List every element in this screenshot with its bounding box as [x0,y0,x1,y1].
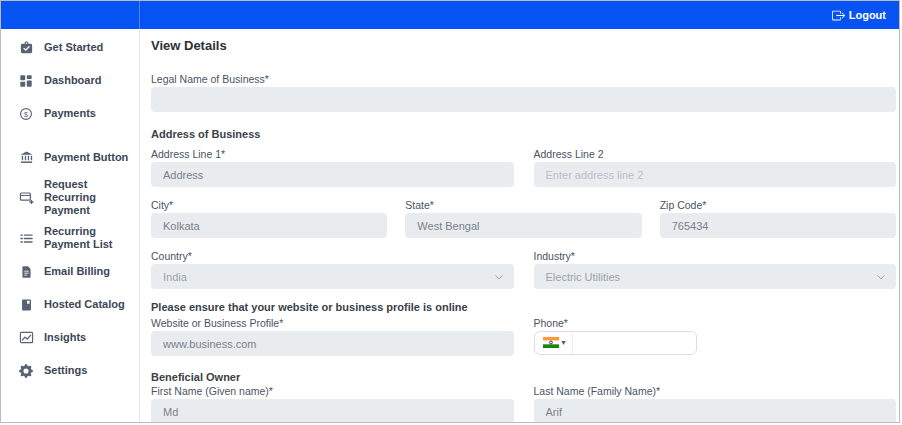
zip-cell: Zip Code* [660,199,896,238]
book-icon [18,297,34,313]
chevron-down-icon [494,272,504,282]
sidebar-item-payment-button[interactable]: Payment Button [1,141,139,174]
sidebar-item-insights[interactable]: Insights [1,321,139,354]
first-name-input[interactable] [151,399,514,422]
legal-name-label: Legal Name of Business* [151,73,896,85]
country-select[interactable]: India [151,264,514,289]
sidebar-item-dashboard[interactable]: Dashboard [1,64,139,97]
sidebar-item-label: Get Started [44,41,103,54]
country-cell: Country* India [151,250,514,289]
sidebar-item-settings[interactable]: Settings [1,354,139,387]
currency-circle-icon: $ [18,106,34,122]
svg-text:$: $ [24,110,28,117]
industry-cell: Industry* Electric Utilities [534,250,897,289]
sidebar: Get Started Dashboard $ [1,29,140,422]
caret-down-icon: ▾ [562,339,566,347]
phone-country-selector[interactable]: ▾ [535,332,573,354]
zip-input[interactable] [660,213,896,238]
document-icon [18,264,34,280]
sidebar-item-label: Hosted Catalog [44,298,125,311]
first-name-label: First Name (Given name)* [151,385,514,397]
address-line2-label: Address Line 2 [534,148,897,160]
phone-label: Phone* [534,317,897,329]
logout-icon [832,9,845,22]
phone-field: ▾ [534,331,697,355]
sidebar-item-hosted-catalog[interactable]: Hosted Catalog [1,288,139,321]
city-cell: City* [151,199,387,238]
address-line1-input[interactable] [151,162,514,187]
address-line2-input[interactable] [534,162,897,187]
sidebar-item-label: Request Recurring Payment [44,178,133,217]
industry-select-value: Electric Utilities [546,271,621,283]
gear-icon [18,363,34,379]
sidebar-item-recurring-payment-list[interactable]: Recurring Payment List [1,221,139,255]
legal-name-input[interactable] [151,87,896,112]
sidebar-item-request-recurring-payment[interactable]: Request Recurring Payment [1,174,139,221]
sidebar-item-label: Email Billing [44,265,110,278]
website-cell: Website or Business Profile* [151,317,514,356]
sidebar-item-email-billing[interactable]: Email Billing [1,255,139,288]
chevron-down-icon [876,272,886,282]
bank-icon [18,150,34,166]
first-name-cell: First Name (Given name)* [151,385,514,422]
country-label: Country* [151,250,514,262]
beneficial-owner-section-title: Beneficial Owner [151,371,896,383]
dashboard-grid-icon [18,73,34,89]
address-line2-cell: Address Line 2 [534,148,897,187]
address-line1-cell: Address Line 1* [151,148,514,187]
last-name-cell: Last Name (Family Name)* [534,385,897,422]
main-content: View Details Legal Name of Business* Add… [140,29,899,422]
industry-select[interactable]: Electric Utilities [534,264,897,289]
sidebar-item-label: Dashboard [44,74,101,87]
logout-label: Logout [849,9,886,21]
industry-label: Industry* [534,250,897,262]
sidebar-item-payments[interactable]: $ Payments [1,97,139,130]
sidebar-item-label: Payment Button [44,151,128,164]
sidebar-item-label: Payments [44,107,96,120]
address-line1-label: Address Line 1* [151,148,514,160]
last-name-label: Last Name (Family Name)* [534,385,897,397]
app-window: Logout Get Started [0,0,900,423]
sidebar-item-label: Insights [44,331,86,344]
india-flag-icon [543,334,559,352]
briefcase-check-icon [18,40,34,56]
address-section-title: Address of Business [151,128,896,140]
state-cell: State* [405,199,641,238]
sidebar-item-get-started[interactable]: Get Started [1,31,139,64]
list-icon [18,230,34,246]
page-title: View Details [151,39,896,53]
sidebar-nav: Get Started Dashboard $ [1,29,139,387]
state-input[interactable] [405,213,641,238]
phone-input[interactable] [573,332,696,354]
chart-icon [18,330,34,346]
sidebar-item-label: Settings [44,364,87,377]
city-input[interactable] [151,213,387,238]
logout-button[interactable]: Logout [832,1,886,29]
website-note: Please ensure that your website or busin… [151,301,896,313]
website-input[interactable] [151,331,514,356]
phone-cell: Phone* ▾ [534,317,897,356]
card-plus-icon [18,190,34,206]
sidebar-item-label: Recurring Payment List [44,225,133,251]
zip-label: Zip Code* [660,199,896,211]
top-header-bar: Logout [1,1,899,29]
website-label: Website or Business Profile* [151,317,514,329]
last-name-input[interactable] [534,399,897,422]
country-select-value: India [163,271,187,283]
city-label: City* [151,199,387,211]
state-label: State* [405,199,641,211]
